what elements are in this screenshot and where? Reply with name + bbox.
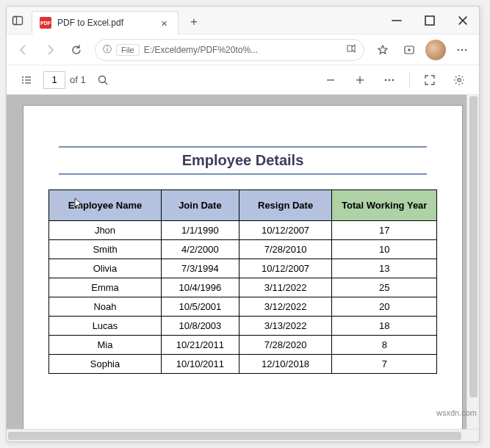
svg-point-24 [389, 79, 391, 81]
table-cell: 7/28/2020 [239, 336, 332, 355]
zoom-out-button[interactable] [318, 68, 343, 93]
profile-avatar[interactable] [425, 40, 446, 60]
svg-point-25 [392, 79, 394, 81]
tab-title: PDF to Excel.pdf [57, 18, 158, 28]
svg-point-14 [22, 79, 24, 81]
table-header-row: Employee Name Join Date Resign Date Tota… [48, 190, 436, 221]
table-cell: Smith [48, 240, 161, 259]
svg-point-23 [385, 79, 387, 81]
table-cell: 10/12/2007 [239, 221, 332, 240]
tab-active[interactable]: PDF PDF to Excel.pdf × [32, 11, 179, 35]
svg-point-10 [461, 48, 463, 50]
site-info-icon[interactable]: ⓘ [103, 43, 112, 56]
table-row: Emma10/4/19963/11/202225 [48, 278, 436, 297]
table-row: Noah10/5/20013/12/202220 [48, 297, 436, 317]
svg-point-12 [22, 76, 24, 78]
refresh-button[interactable] [64, 37, 89, 62]
menu-button[interactable] [450, 37, 475, 62]
vertical-scrollbar[interactable] [466, 95, 479, 429]
th-resign: Resign Date [239, 190, 332, 221]
table-cell: 13 [332, 259, 437, 278]
table-cell: 12/10/2018 [239, 355, 332, 374]
svg-rect-3 [425, 16, 434, 25]
document-title: Employee Details [59, 146, 427, 175]
table-cell: 3/13/2022 [239, 317, 332, 336]
title-bar: PDF PDF to Excel.pdf × + [7, 7, 479, 35]
minimize-button[interactable] [380, 7, 413, 35]
read-aloud-icon[interactable] [345, 43, 356, 57]
table-cell: 3/11/2022 [239, 278, 332, 297]
new-tab-button[interactable]: + [183, 11, 205, 33]
browser-toolbar: ⓘ File E:/Exceldemy/PDF%20to%... [7, 35, 479, 65]
table-row: Mia10/21/20117/28/20208 [48, 336, 436, 355]
table-cell: 10 [332, 240, 437, 259]
employee-table: Employee Name Join Date Resign Date Tota… [48, 189, 437, 374]
table-cell: Jhon [48, 221, 161, 240]
collections-button[interactable] [397, 37, 422, 62]
back-button[interactable] [11, 37, 36, 62]
favorites-button[interactable] [370, 37, 395, 62]
table-cell: 10/12/2007 [239, 259, 332, 278]
close-icon[interactable]: × [158, 17, 170, 29]
table-cell: 10/5/2001 [162, 297, 239, 317]
table-row: Jhon1/1/199010/12/200717 [48, 221, 436, 240]
table-cell: 7/3/1994 [162, 259, 239, 278]
table-cell: 4/2/2000 [162, 240, 239, 259]
table-cell: Emma [48, 278, 161, 297]
table-cell: 17 [332, 221, 437, 240]
table-cell: 20 [332, 297, 437, 317]
svg-point-26 [458, 78, 461, 81]
svg-rect-0 [13, 16, 23, 24]
svg-point-18 [98, 76, 105, 82]
svg-point-11 [465, 48, 466, 50]
table-cell: Olivia [48, 259, 161, 278]
th-join: Join Date [162, 190, 239, 221]
pdf-toolbar: of 1 [7, 65, 479, 95]
url-scheme: File [116, 44, 140, 56]
page-count: of 1 [70, 74, 86, 85]
svg-rect-1 [13, 16, 17, 24]
settings-button[interactable] [447, 68, 472, 93]
table-cell: Sophia [48, 355, 161, 374]
horizontal-scrollbar[interactable] [7, 429, 479, 441]
maximize-button[interactable] [413, 7, 446, 35]
pdf-viewport[interactable]: Employee Details Employee Name Join Date… [7, 95, 479, 441]
find-button[interactable] [90, 68, 115, 93]
forward-button[interactable] [37, 37, 62, 62]
workspaces-button[interactable] [7, 7, 29, 35]
table-cell: 10/21/2011 [162, 336, 239, 355]
table-cell: 7 [332, 355, 437, 374]
table-cell: 7/28/2010 [239, 240, 332, 259]
browser-window: PDF PDF to Excel.pdf × + ⓘ File E:/Exce [6, 6, 480, 442]
contents-button[interactable] [14, 68, 39, 93]
table-row: Lucas10/8/20033/13/202218 [48, 317, 436, 336]
table-cell: Mia [48, 336, 161, 355]
more-options-button[interactable] [377, 68, 402, 93]
table-row: Olivia7/3/199410/12/200713 [48, 259, 436, 278]
table-row: Sophia10/10/201112/10/20187 [48, 355, 436, 374]
table-cell: 10/8/2003 [162, 317, 239, 336]
watermark: wsxdn.com [436, 408, 477, 417]
table-cell: 25 [332, 278, 437, 297]
th-name: Employee Name [48, 190, 161, 221]
table-cell: Noah [48, 297, 161, 317]
table-cell: 10/4/1996 [162, 278, 239, 297]
table-cell: 1/1/1990 [162, 221, 239, 240]
fit-page-button[interactable] [417, 68, 442, 93]
svg-point-9 [458, 48, 459, 50]
table-cell: 10/10/2011 [162, 355, 239, 374]
zoom-in-button[interactable] [347, 68, 372, 93]
table-cell: 18 [332, 317, 437, 336]
url-path: E:/Exceldemy/PDF%20to%... [144, 45, 258, 55]
close-window-button[interactable] [446, 7, 479, 35]
table-row: Smith4/2/20007/28/201010 [48, 240, 436, 259]
svg-line-19 [104, 82, 107, 84]
page-number-input[interactable] [43, 71, 65, 89]
pdf-page: Employee Details Employee Name Join Date… [23, 105, 463, 441]
address-bar[interactable]: ⓘ File E:/Exceldemy/PDF%20to%... [95, 39, 364, 61]
th-years: Total Working Year [332, 190, 437, 221]
table-cell: 8 [332, 336, 437, 355]
table-cell: 3/12/2022 [239, 297, 332, 317]
pdf-icon: PDF [40, 17, 51, 29]
table-cell: Lucas [48, 317, 161, 336]
